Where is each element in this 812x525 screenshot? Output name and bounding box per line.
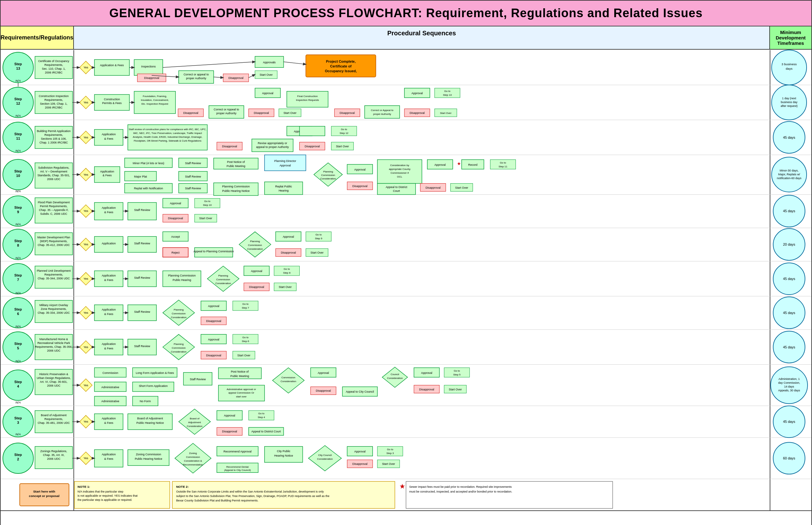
- svg-line-45: [214, 77, 223, 78]
- svg-text:Consideration: Consideration: [187, 425, 202, 427]
- content-area: Step 13 Certificate of Occupancy Require…: [1, 50, 811, 525]
- svg-text:& Fees: & Fees: [103, 174, 112, 177]
- svg-text:Disapproval: Disapproval: [409, 111, 424, 115]
- svg-text:10: 10: [16, 174, 20, 178]
- svg-text:Revise appropriately or: Revise appropriately or: [258, 141, 287, 145]
- svg-text:Public Hearing: Public Hearing: [173, 279, 191, 282]
- svg-text:Zoning Commission: Zoning Commission: [136, 453, 161, 456]
- svg-text:Inspection Requests: Inspection Requests: [296, 99, 319, 102]
- flowchart-svg: Step 13 Certificate of Occupancy Require…: [1, 50, 811, 525]
- svg-text:(Appeal to City Council): (Appeal to City Council): [224, 469, 251, 471]
- svg-text:subject to the San Antonio Sub: subject to the San Antonio Subdivision P…: [176, 494, 329, 498]
- svg-text:Public Hearing Notice: Public Hearing Notice: [135, 457, 162, 461]
- svg-text:Art. VI, Chap. 35-601,: Art. VI, Chap. 35-601,: [40, 380, 68, 384]
- svg-text:Go to: Go to: [500, 161, 506, 164]
- svg-text:45 days: 45 days: [783, 136, 795, 139]
- svg-text:appropriate County: appropriate County: [389, 168, 410, 170]
- svg-text:★: ★: [457, 161, 461, 166]
- svg-text:Consideration by: Consideration by: [390, 164, 409, 167]
- svg-text:Go to: Go to: [444, 90, 451, 93]
- svg-text:Step 13: Step 13: [443, 93, 452, 96]
- svg-text:Hearing: Hearing: [279, 189, 289, 193]
- svg-text:N/A: N/A: [16, 291, 21, 295]
- svg-text:Approval: Approval: [354, 168, 365, 171]
- svg-text:Step 10: Step 10: [203, 204, 212, 207]
- svg-text:60 days: 60 days: [783, 456, 795, 460]
- svg-text:Step 7: Step 7: [242, 306, 249, 309]
- svg-text:N/A: N/A: [16, 256, 21, 260]
- svg-text:N/A indicates that the particu: N/A indicates that the particular step: [78, 490, 124, 493]
- svg-text:Application: Application: [102, 308, 116, 311]
- svg-text:Chap. 35, Art. III,: Chap. 35, Art. III,: [43, 453, 64, 456]
- svg-text:& Fees: & Fees: [104, 313, 113, 316]
- svg-text:2006 UDC: 2006 UDC: [47, 457, 60, 461]
- svg-text:Disapproval: Disapproval: [183, 111, 198, 115]
- svg-text:Start Over: Start Over: [455, 186, 468, 189]
- svg-rect-138: [300, 126, 325, 136]
- svg-text:proper Authority: proper Authority: [373, 112, 391, 116]
- svg-text:Planning: Planning: [174, 343, 184, 346]
- svg-rect-185: [265, 182, 303, 195]
- svg-text:Correct or Appeal to: Correct or Appeal to: [214, 108, 239, 111]
- svg-text:Disapproval: Disapproval: [281, 251, 296, 254]
- svg-text:Certificate of Occupancy: Certificate of Occupancy: [38, 60, 69, 63]
- svg-text:Start Over: Start Over: [279, 285, 292, 289]
- svg-text:Application: Application: [102, 453, 116, 456]
- svg-text:Planning Commission: Planning Commission: [168, 274, 196, 277]
- svg-text:Public Meeting: Public Meeting: [227, 165, 245, 168]
- svg-text:Requirements,: Requirements,: [45, 98, 63, 102]
- svg-text:Application: Application: [100, 170, 114, 173]
- svg-text:Planning Director: Planning Director: [274, 160, 296, 163]
- svg-text:Planned Unit Development: Planned Unit Development: [37, 269, 71, 272]
- svg-text:Staff Review: Staff Review: [185, 162, 201, 165]
- svg-text:Approval: Approval: [208, 304, 219, 308]
- svg-text:Step 6: Step 6: [242, 340, 249, 343]
- svg-text:Foundation, Framing,: Foundation, Framing,: [143, 95, 167, 98]
- svg-text:2006 UDC: 2006 UDC: [47, 349, 60, 352]
- svg-text:days: days: [786, 67, 793, 70]
- svg-text:Administrative: Administrative: [101, 386, 119, 389]
- svg-text:Commission: Commission: [103, 371, 118, 375]
- svg-text:Approval: Approval: [279, 164, 291, 167]
- svg-text:& Fees: & Fees: [104, 279, 113, 282]
- svg-text:Requirements,: Requirements,: [45, 273, 63, 276]
- svg-text:Analysis, Health Code, ERZD, I: Analysis, Health Code, ERZD, Industrial …: [133, 136, 202, 138]
- svg-text:Go to: Go to: [258, 412, 265, 415]
- svg-text:Step 9: Step 9: [315, 237, 322, 240]
- svg-text:Inspections: Inspections: [141, 65, 156, 68]
- svg-text:Step 4: Step 4: [258, 416, 265, 419]
- svg-text:N/A: N/A: [16, 149, 21, 152]
- svg-text:45 days: 45 days: [783, 277, 795, 281]
- svg-text:Disapproval: Disapproval: [206, 354, 221, 357]
- svg-text:Board of Adjustment: Board of Adjustment: [137, 417, 163, 420]
- svg-text:Final Construction: Final Construction: [297, 95, 318, 98]
- svg-text:Standards, Chap. 35-501,: Standards, Chap. 35-501,: [37, 174, 70, 177]
- svg-text:Step 11: Step 11: [499, 165, 508, 168]
- svg-rect-182: [265, 155, 306, 171]
- svg-text:Staff Review: Staff Review: [134, 208, 150, 212]
- svg-text:Application: Application: [102, 342, 116, 346]
- svg-text:Post Notice of: Post Notice of: [231, 370, 249, 373]
- svg-text:Insulation, Concealment,: Insulation, Concealment,: [141, 99, 169, 102]
- svg-text:Manufactured Home &: Manufactured Home &: [40, 338, 68, 341]
- svg-text:Consideration: Consideration: [171, 350, 187, 353]
- svg-text:2006 UDC: 2006 UDC: [47, 178, 60, 181]
- svg-text:Administrative approval or: Administrative approval or: [227, 388, 256, 391]
- svg-text:Disapproval: Disapproval: [168, 217, 183, 220]
- svg-text:Yes: Yes: [84, 311, 88, 314]
- svg-text:14 days: 14 days: [784, 385, 794, 388]
- svg-text:Step: Step: [14, 132, 22, 136]
- svg-text:Floodplain, Off-Street Parking: Floodplain, Off-Street Parking, Sidewalk…: [134, 139, 201, 142]
- svg-text:Requirements,: Requirements,: [45, 133, 63, 136]
- svg-text:20 days: 20 days: [783, 242, 795, 246]
- svg-rect-26: [95, 60, 130, 75]
- svg-text:Step: Step: [14, 62, 22, 66]
- svg-text:Staff Review: Staff Review: [134, 310, 150, 313]
- svg-text:Chap. 35-344, 2006 UDC: Chap. 35-344, 2006 UDC: [38, 277, 70, 280]
- svg-text:Consideration: Consideration: [280, 380, 296, 383]
- svg-text:Sections 105 & 106,: Sections 105 & 106,: [41, 137, 67, 140]
- svg-text:Yes: Yes: [84, 101, 88, 104]
- svg-text:Approval: Approval: [251, 270, 262, 273]
- svg-text:Disapproval: Disapproval: [254, 111, 269, 115]
- svg-text:Step: Step: [14, 97, 22, 101]
